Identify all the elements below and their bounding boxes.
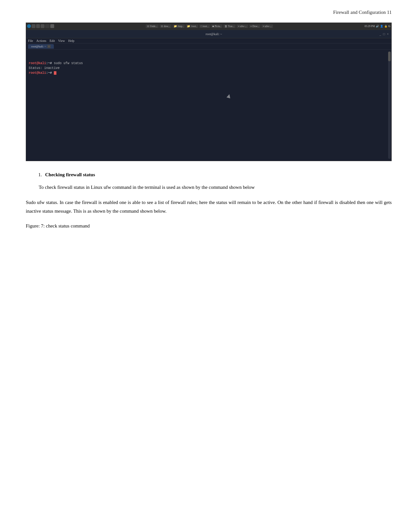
terminal-tab-1[interactable]: root@kali: ~ × (28, 44, 54, 49)
menu-help[interactable]: Help (68, 39, 74, 43)
taskbar-time: 05:29 PM (365, 25, 375, 28)
bg-line-12 (29, 119, 389, 124)
prompt-2: root@kali (29, 71, 46, 75)
bg-line-18 (29, 148, 389, 153)
bg-line-3 (29, 76, 389, 80)
bg-line-16 (29, 139, 389, 143)
terminal-scrollbar-thumb[interactable] (388, 52, 391, 61)
page-header: Firewall and Configuration 11 (333, 10, 392, 15)
bg-line-7 (29, 95, 389, 100)
prompt-1: root@kali (29, 62, 46, 65)
bg-line-17 (29, 143, 389, 148)
taskbar-lock-icon: 🔒 (384, 25, 387, 28)
bg-line-9 (29, 105, 389, 109)
bg-line-4 (29, 81, 389, 85)
bg-line-10 (29, 110, 389, 114)
menu-view[interactable]: View (58, 39, 65, 43)
command-text-1: sudo ufw status (54, 62, 83, 65)
paragraph-2: Sudo ufw status. In case the firewall is… (26, 198, 392, 216)
taskbar-app-4: 📁 /root.. (186, 24, 198, 28)
bg-line-15 (29, 134, 389, 138)
taskbar-app-6: ■ Pictu.. (211, 24, 222, 28)
terminal-menubar: File Actions Edit View Help (26, 38, 391, 44)
status-output: Status: inactive (29, 66, 60, 70)
prompt-path-1: :~# (46, 62, 54, 65)
terminal-tabs: root@kali: ~ × (26, 44, 391, 50)
list-item-text: Checking firewall status (45, 171, 95, 179)
output-line-1: Status: inactive (29, 66, 389, 71)
taskbar-right: 05:29 PM 🔊 👤 🔒 G (365, 25, 390, 28)
taskbar-app-1: ⊙ Unde... (146, 24, 159, 28)
tab-label: root@kali: ~ (31, 45, 46, 48)
tab-close-icon[interactable]: × (47, 45, 51, 48)
taskbar-app-9: ≡ Dow... (249, 24, 261, 28)
list-item-1: 1. Checking firewall status (26, 171, 392, 179)
bg-line-8 (29, 100, 389, 104)
taskbar-icon-3 (41, 24, 44, 28)
close-icon[interactable]: × (387, 32, 389, 36)
taskbar-g-icon: G (388, 25, 390, 28)
taskbar-user-icon: 👤 (380, 25, 383, 28)
taskbar-icons (27, 24, 54, 28)
command-line-1: root@kali:~# sudo ufw status (29, 61, 389, 66)
list-number: 1. (26, 171, 45, 179)
figure-caption: Figure: 7: check status command (26, 222, 392, 230)
command-line-2: root@kali:~# (29, 71, 389, 75)
bg-line-1 (29, 52, 389, 56)
taskbar-app-8: ≡ ufw-... (237, 24, 248, 28)
bg-line-14 (29, 129, 389, 133)
bg-line-2 (29, 56, 389, 61)
terminal-controls[interactable]: _ □ × (379, 32, 389, 36)
taskbar-app-7: 🗑 Tras... (223, 24, 236, 28)
taskbar-app-3: 📁 /tmp.. (172, 24, 185, 28)
taskbar-icon-1 (32, 24, 35, 28)
terminal-body: root@kali:~# sudo ufw status Status: ina… (26, 50, 391, 161)
terminal-titlebar: root@kali: ~ _ □ × (26, 30, 391, 38)
menu-edit[interactable]: Edit (50, 39, 55, 43)
paragraph-1: To check firewall status in Linux ufw co… (26, 183, 392, 192)
terminal-screenshot: ⊙ Unde... ⊙ dow... 📁 /tmp.. 📁 /root.. □ … (26, 23, 392, 161)
taskbar-apps: ⊙ Unde... ⊙ dow... 📁 /tmp.. 📁 /root.. □ … (55, 24, 364, 28)
taskbar: ⊙ Unde... ⊙ dow... 📁 /tmp.. 📁 /root.. □ … (26, 23, 392, 30)
bg-line-13 (29, 124, 389, 129)
taskbar-app-5: □ root... (199, 24, 210, 28)
bg-line-20 (29, 158, 389, 161)
taskbar-volume-icon: 🔊 (376, 25, 379, 28)
document-content: 1. Checking firewall status To check fir… (26, 171, 392, 230)
taskbar-icon-2 (36, 24, 40, 28)
menu-file[interactable]: File (28, 39, 33, 43)
menu-actions[interactable]: Actions (36, 39, 46, 43)
bg-line-19 (29, 153, 389, 158)
terminal-scrollbar[interactable] (388, 52, 391, 159)
taskbar-icon-4 (45, 24, 50, 28)
bg-line-11 (29, 114, 389, 119)
bg-line-6 (29, 90, 389, 95)
maximize-icon[interactable]: □ (383, 32, 385, 36)
terminal-window: root@kali: ~ _ □ × File Actions Edit Vie… (26, 30, 392, 161)
taskbar-app-10: ≡ ufw-... (261, 24, 273, 28)
prompt-path-2: :~# (46, 71, 54, 75)
bg-line-5 (29, 85, 389, 90)
kali-icon (27, 24, 31, 28)
cursor (54, 71, 56, 75)
taskbar-icon-5 (50, 24, 54, 28)
taskbar-app-2: ⊙ dow... (160, 24, 171, 28)
terminal-title: root@kali: ~ (206, 32, 222, 36)
minimize-icon[interactable]: _ (379, 32, 381, 36)
